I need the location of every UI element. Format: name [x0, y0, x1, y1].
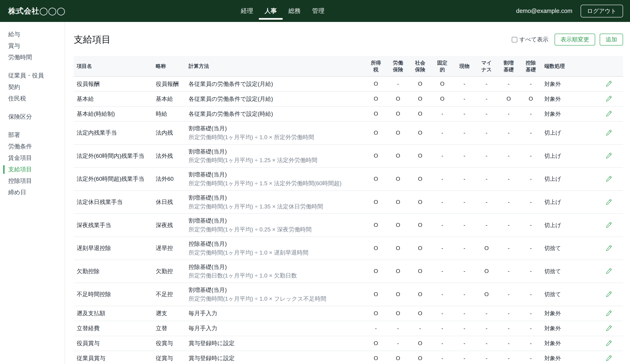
sidebar-item[interactable]: 給与 — [0, 29, 64, 40]
flag-cell: - — [498, 283, 520, 306]
calc-cell: 控除基礎(当月)所定労働日数(1ヶ月平均) ÷ 1.0 × 欠勤日数 — [188, 260, 365, 283]
calc-line1: 賞与登録時に設定 — [188, 354, 365, 362]
item-name-cell: 基本給(時給制) — [74, 106, 156, 121]
flag-cell: - — [498, 260, 520, 283]
edit-button[interactable] — [605, 129, 613, 137]
table-row: 法定休日残業手当休日残割増基礎(当月)所定労働時間(1ヶ月平均) ÷ 1.35 … — [74, 190, 623, 214]
edit-button[interactable] — [605, 324, 613, 332]
edit-button[interactable] — [605, 198, 613, 206]
calc-cell: 毎月手入力 — [188, 306, 365, 321]
edit-button[interactable] — [605, 290, 613, 298]
sidebar-item[interactable]: 賃金項目 — [0, 152, 64, 164]
sidebar-item[interactable]: 控除項目 — [0, 175, 64, 187]
edit-cell — [594, 92, 623, 106]
flag-cell: - — [453, 237, 476, 260]
sidebar-item[interactable]: 労働時間 — [0, 52, 64, 63]
edit-button[interactable] — [605, 95, 613, 103]
tab-経理[interactable]: 経理 — [235, 0, 259, 22]
page-title: 支給項目 — [74, 34, 111, 46]
edit-button[interactable] — [605, 110, 613, 118]
edit-button[interactable] — [605, 221, 613, 229]
sidebar-item[interactable]: 締め日 — [0, 187, 64, 198]
edit-icon — [605, 175, 612, 182]
calc-line2: 所定労働時間(1ヶ月平均) ÷ 1.0 × フレックス不足時間 — [188, 295, 365, 303]
sidebar-group: 給与賞与労働時間 — [0, 29, 64, 63]
sidebar-item[interactable]: 従業員・役員 — [0, 70, 64, 81]
sidebar-item[interactable]: 部署 — [0, 129, 64, 141]
calc-line1: 控除基礎(当月) — [188, 240, 365, 248]
col-header-flag: 割増 基礎 — [498, 56, 520, 76]
edit-icon — [605, 152, 612, 159]
col-header-calc: 計算方法 — [188, 56, 365, 76]
add-button[interactable]: 追加 — [600, 34, 623, 46]
table-row: 役員報酬役員報酬各従業員の労働条件で設定(月給)O-OO----対象外 — [74, 76, 623, 92]
abbr-cell: 時給 — [156, 106, 188, 121]
item-name-cell: 基本給 — [74, 92, 156, 106]
flag-cell: O — [387, 190, 409, 214]
tab-人事[interactable]: 人事 — [259, 0, 282, 22]
flag-cell: - — [431, 214, 453, 237]
abbr-cell: 役賞与 — [156, 336, 188, 351]
flag-cell: O — [365, 168, 387, 190]
sidebar-item[interactable]: 住民税 — [0, 93, 64, 104]
sidebar-item[interactable]: 支給項目 — [0, 164, 64, 175]
flag-cell: O — [409, 92, 431, 106]
edit-icon — [605, 268, 612, 275]
calc-cell: 各従業員の労働条件で設定(月給) — [188, 92, 365, 106]
flag-cell: - — [453, 321, 476, 336]
edit-cell — [594, 106, 623, 121]
flag-cell: O — [365, 121, 387, 144]
flag-cell: O — [387, 260, 409, 283]
edit-button[interactable] — [605, 244, 613, 252]
sidebar-item[interactable]: 契約 — [0, 81, 64, 93]
flag-cell: - — [431, 336, 453, 351]
reorder-button[interactable]: 表示順変更 — [554, 34, 595, 46]
edit-button[interactable] — [605, 267, 613, 275]
show-all-toggle[interactable]: すべて表示 — [512, 36, 548, 44]
company-logo: 株式会社◯◯◯ — [8, 6, 66, 16]
col-header-abbr: 略称 — [156, 56, 188, 76]
flag-cell: - — [453, 306, 476, 321]
flag-cell: - — [520, 306, 542, 321]
item-name-cell: 遅刻早退控除 — [74, 237, 156, 260]
edit-icon — [605, 129, 612, 136]
flag-cell: - — [365, 321, 387, 336]
flag-cell: - — [431, 351, 453, 364]
flag-cell: - — [520, 121, 542, 144]
item-name-cell: 従業員賞与 — [74, 351, 156, 364]
rounding-cell: 対象外 — [542, 92, 594, 106]
edit-cell — [594, 190, 623, 214]
show-all-checkbox[interactable] — [512, 37, 517, 42]
rounding-cell: 切上げ — [542, 121, 594, 144]
flag-cell: O — [387, 168, 409, 190]
sidebar-item[interactable]: 保険区分 — [0, 111, 64, 122]
table-row: 法定外(60時間超)残業手当法外60割増基礎(当月)所定労働時間(1ヶ月平均) … — [74, 168, 623, 190]
sidebar-item[interactable]: 労働条件 — [0, 141, 64, 152]
flag-cell: O — [476, 237, 498, 260]
edit-icon — [605, 110, 612, 117]
edit-button[interactable] — [605, 354, 613, 362]
abbr-cell: 不足控 — [156, 283, 188, 306]
edit-icon — [605, 198, 612, 206]
edit-button[interactable] — [605, 152, 613, 160]
show-all-label: すべて表示 — [519, 36, 548, 44]
tab-管理[interactable]: 管理 — [306, 0, 330, 22]
sidebar-item[interactable]: 賞与 — [0, 40, 64, 52]
logout-button[interactable]: ログアウト — [580, 5, 623, 18]
tab-総務[interactable]: 総務 — [282, 0, 306, 22]
flag-cell: - — [498, 106, 520, 121]
flag-cell: O — [409, 237, 431, 260]
table-row: 深夜残業手当深夜残割増基礎(当月)所定労働時間(1ヶ月平均) ÷ 0.25 × … — [74, 214, 623, 237]
calc-line1: 割増基礎(当月) — [188, 148, 365, 156]
flag-cell: - — [498, 76, 520, 92]
flag-cell: - — [431, 306, 453, 321]
edit-button[interactable] — [605, 175, 613, 183]
flag-cell: O — [409, 260, 431, 283]
col-header-flag: 社会 保険 — [409, 56, 431, 76]
page-controls: すべて表示 表示順変更 追加 — [512, 34, 623, 46]
flag-cell: - — [498, 190, 520, 214]
calc-line2: 所定労働時間(1ヶ月平均) ÷ 0.25 × 深夜労働時間 — [188, 226, 365, 234]
edit-button[interactable] — [605, 80, 613, 88]
edit-button[interactable] — [605, 339, 613, 347]
edit-button[interactable] — [605, 309, 613, 317]
